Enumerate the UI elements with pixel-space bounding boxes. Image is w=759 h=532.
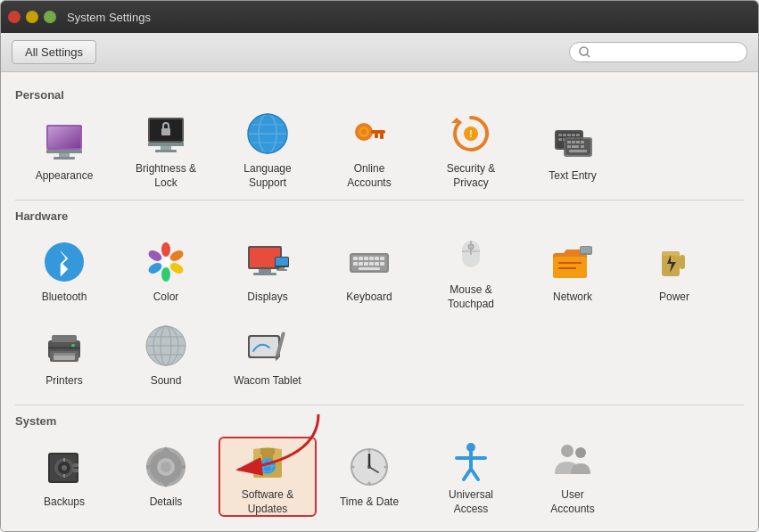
- hardware-icons-grid: Bluetooth: [15, 232, 744, 396]
- search-box[interactable]: [569, 42, 747, 62]
- svg-rect-100: [54, 353, 75, 356]
- svg-rect-69: [353, 257, 358, 260]
- window-title: System Settings: [67, 11, 751, 24]
- svg-point-119: [62, 465, 67, 471]
- personal-icons-grid: Appearance: [15, 110, 744, 191]
- svg-rect-62: [253, 273, 276, 275]
- hardware-section-title: Hardware: [15, 209, 744, 223]
- svg-rect-111: [250, 337, 278, 356]
- svg-rect-42: [567, 141, 571, 143]
- details-item[interactable]: Details: [117, 437, 215, 517]
- sound-item[interactable]: Sound: [117, 315, 215, 396]
- svg-text:!: !: [469, 129, 472, 139]
- text-entry-item[interactable]: Text Entry: [524, 110, 622, 191]
- color-item[interactable]: Color: [117, 232, 215, 312]
- system-section: System: [15, 414, 744, 517]
- appearance-icon: [41, 118, 87, 164]
- svg-rect-81: [359, 267, 380, 270]
- language-support-label: LanguageSupport: [243, 162, 291, 190]
- keyboard-label: Keyboard: [346, 291, 392, 305]
- hardware-section: Hardware Bluetooth: [15, 209, 744, 396]
- appearance-item[interactable]: Appearance: [15, 110, 113, 191]
- wacom-tablet-item[interactable]: Wacom Tablet: [219, 315, 317, 396]
- language-support-item[interactable]: LanguageSupport: [219, 110, 317, 191]
- online-accounts-item[interactable]: OnlineAccounts: [320, 110, 418, 191]
- mouse-touchpad-item[interactable]: Mouse &Touchpad: [422, 232, 520, 312]
- time-date-icon: [346, 444, 392, 490]
- svg-rect-35: [576, 134, 580, 136]
- user-accounts-icon: [549, 437, 596, 483]
- svg-rect-121: [73, 469, 78, 472]
- software-updates-item[interactable]: Software &Updates: [219, 437, 317, 517]
- svg-rect-93: [680, 255, 685, 269]
- brightness-lock-item[interactable]: Brightness &Lock: [117, 110, 215, 191]
- time-date-label: Time & Date: [340, 495, 399, 510]
- color-label: Color: [153, 291, 179, 305]
- svg-rect-45: [581, 141, 584, 143]
- minimize-button[interactable]: [26, 11, 38, 23]
- sound-label: Sound: [151, 374, 182, 389]
- svg-rect-23: [371, 130, 385, 134]
- universal-access-label: UniversalAccess: [449, 488, 493, 516]
- brightness-lock-icon: [143, 110, 189, 157]
- svg-point-52: [161, 242, 170, 257]
- personal-section: Personal: [15, 88, 744, 191]
- text-entry-label: Text Entry: [549, 169, 596, 184]
- svg-line-1: [587, 54, 590, 57]
- search-input[interactable]: [594, 45, 738, 59]
- sound-icon: [143, 323, 189, 369]
- svg-point-149: [368, 482, 371, 485]
- close-button[interactable]: [8, 11, 21, 23]
- mouse-touchpad-label: Mouse &Touchpad: [448, 283, 494, 311]
- svg-rect-75: [353, 262, 358, 266]
- svg-rect-32: [563, 134, 566, 136]
- svg-rect-65: [279, 267, 285, 269]
- svg-rect-61: [259, 269, 271, 273]
- displays-icon: [244, 239, 291, 285]
- keyboard-item[interactable]: Keyboard: [320, 232, 418, 312]
- search-icon: [579, 46, 590, 58]
- toolbar: All Settings: [1, 33, 758, 72]
- network-item[interactable]: Network: [524, 232, 622, 312]
- system-icons-grid: Backups: [15, 437, 744, 517]
- svg-point-127: [161, 462, 171, 472]
- svg-rect-47: [572, 145, 579, 148]
- time-date-item[interactable]: Time & Date: [320, 437, 418, 517]
- user-accounts-item[interactable]: UserAccounts: [524, 437, 622, 517]
- backups-icon: [41, 444, 87, 490]
- displays-label: Displays: [247, 291, 287, 305]
- svg-rect-10: [148, 143, 184, 146]
- universal-access-item[interactable]: UniversalAccess: [422, 437, 520, 517]
- svg-rect-34: [572, 134, 575, 136]
- language-support-icon: [244, 110, 291, 157]
- bluetooth-item[interactable]: Bluetooth: [15, 232, 113, 312]
- svg-rect-24: [380, 134, 384, 139]
- text-entry-icon: [549, 118, 596, 164]
- security-privacy-icon: !: [448, 110, 494, 157]
- svg-rect-70: [359, 257, 363, 260]
- printers-item[interactable]: Printers: [15, 315, 113, 396]
- svg-rect-49: [569, 150, 587, 152]
- svg-point-148: [368, 450, 371, 453]
- svg-rect-11: [161, 146, 171, 150]
- maximize-button[interactable]: [44, 11, 56, 23]
- power-item[interactable]: Power: [625, 232, 723, 312]
- hardware-system-divider: [15, 405, 744, 405]
- svg-marker-26: [451, 118, 462, 123]
- svg-rect-25: [375, 134, 378, 138]
- keyboard-icon: [346, 239, 392, 285]
- user-accounts-label: UserAccounts: [550, 488, 594, 516]
- software-updates-icon: [244, 437, 291, 483]
- svg-point-85: [468, 244, 474, 250]
- backups-label: Backups: [44, 495, 85, 510]
- svg-rect-130: [146, 465, 152, 469]
- all-settings-button[interactable]: All Settings: [12, 40, 96, 64]
- security-privacy-item[interactable]: ! Security &Privacy: [422, 110, 520, 191]
- svg-rect-102: [48, 347, 80, 349]
- svg-rect-73: [375, 257, 379, 260]
- svg-rect-76: [359, 262, 363, 266]
- svg-rect-5: [59, 153, 70, 157]
- svg-rect-48: [581, 145, 584, 148]
- backups-item[interactable]: Backups: [15, 437, 113, 517]
- displays-item[interactable]: Displays: [219, 232, 317, 312]
